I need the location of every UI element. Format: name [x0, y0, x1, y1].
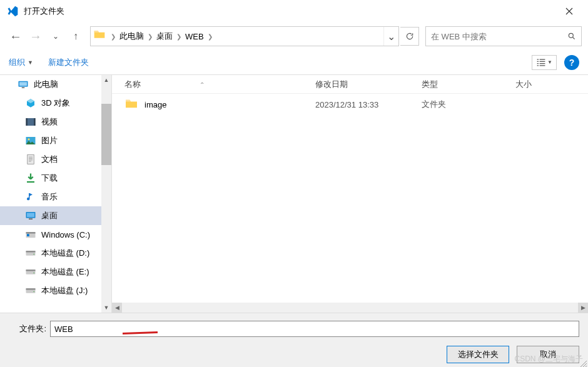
scroll-right-icon[interactable]: ▶: [578, 303, 588, 313]
svg-rect-6: [34, 118, 35, 126]
sidebar-item[interactable]: 下载: [0, 169, 111, 188]
body: 此电脑3D 对象视频图片文档下载音乐桌面Windows (C:)本地磁盘 (D:…: [0, 75, 588, 313]
breadcrumb-item[interactable]: 此电脑: [116, 31, 148, 42]
svg-point-0: [569, 33, 573, 38]
chevron-right-icon: ❯: [148, 33, 153, 40]
breadcrumb: 此电脑 ❯ 桌面 ❯ WEB ❯: [116, 31, 383, 42]
titlebar: 打开文件夹: [0, 0, 588, 23]
disk-icon: [25, 266, 36, 278]
column-header-size[interactable]: 大小: [515, 79, 588, 90]
svg-rect-3: [22, 88, 25, 89]
new-folder-button[interactable]: 新建文件夹: [48, 57, 89, 68]
horizontal-scrollbar[interactable]: ◀ ▶: [112, 303, 588, 313]
music-icon: [25, 191, 36, 203]
video-icon: [25, 116, 36, 128]
sidebar-item[interactable]: 视频: [0, 113, 111, 131]
close-button[interactable]: [557, 0, 582, 23]
footer: 文件夹: 选择文件夹 取消: [0, 313, 588, 367]
file-name: image: [144, 100, 166, 109]
select-folder-button[interactable]: 选择文件夹: [447, 346, 509, 363]
column-header-name[interactable]: 名称 ⌃: [112, 79, 315, 90]
sidebar-item-label: 桌面: [41, 210, 58, 221]
breadcrumb-item[interactable]: 桌面: [153, 31, 176, 42]
folder-label: 文件夹:: [9, 323, 46, 334]
svg-rect-23: [26, 288, 36, 289]
chevron-down-icon: ▼: [28, 59, 33, 66]
sidebar-item[interactable]: 音乐: [0, 188, 111, 206]
winc-icon: [25, 229, 36, 240]
sidebar-item-label: 视频: [41, 116, 58, 128]
svg-rect-9: [28, 155, 34, 164]
sidebar-scrollbar[interactable]: ▲ ▼: [101, 75, 111, 313]
forward-button[interactable]: →: [26, 27, 45, 46]
chevron-right-icon: ❯: [208, 33, 213, 40]
vscode-icon: [6, 5, 19, 18]
dialog-title: 打开文件夹: [24, 6, 557, 17]
resize-grip[interactable]: [579, 358, 587, 366]
svg-point-8: [28, 138, 30, 140]
sidebar-item[interactable]: 桌面: [0, 206, 111, 225]
organize-menu[interactable]: 组织 ▼: [9, 57, 33, 68]
svg-rect-11: [27, 213, 34, 218]
sidebar-item-label: 本地磁盘 (J:): [41, 285, 88, 296]
doc-icon: [25, 154, 36, 165]
svg-rect-5: [26, 118, 28, 126]
svg-point-18: [34, 254, 35, 255]
sidebar-item[interactable]: 此电脑: [0, 75, 111, 94]
disk-icon: [25, 285, 36, 296]
svg-point-21: [34, 273, 35, 274]
file-row[interactable]: image2023/12/31 13:33文件夹: [112, 94, 588, 115]
svg-rect-12: [29, 219, 33, 220]
file-date: 2023/12/31 13:33: [315, 100, 422, 109]
svg-rect-15: [27, 234, 29, 236]
sidebar-item-label: 音乐: [41, 191, 58, 203]
sidebar-item[interactable]: 文档: [0, 150, 111, 169]
sidebar-item[interactable]: 3D 对象: [0, 94, 111, 113]
back-button[interactable]: ←: [6, 27, 25, 46]
chevron-right-icon: ❯: [111, 33, 116, 40]
column-header-date[interactable]: 修改日期: [315, 79, 422, 90]
scroll-left-icon[interactable]: ◀: [112, 303, 122, 313]
sidebar-item-label: 本地磁盘 (E:): [41, 266, 89, 278]
address-dropdown[interactable]: ⌄: [383, 27, 398, 46]
breadcrumb-item[interactable]: WEB: [181, 32, 208, 41]
sidebar-item[interactable]: 图片: [0, 131, 111, 150]
refresh-button[interactable]: [400, 27, 419, 46]
svg-rect-17: [26, 251, 36, 252]
folder-icon: [93, 29, 108, 44]
scrollbar-thumb[interactable]: [101, 104, 111, 165]
sidebar-item-label: 3D 对象: [41, 98, 70, 109]
desktop-icon: [25, 210, 36, 221]
scrollbar-track[interactable]: [122, 303, 578, 313]
column-header-type[interactable]: 类型: [422, 79, 515, 90]
picture-icon: [25, 135, 36, 146]
sidebar-item-label: 本地磁盘 (D:): [41, 248, 89, 259]
sidebar: 此电脑3D 对象视频图片文档下载音乐桌面Windows (C:)本地磁盘 (D:…: [0, 75, 111, 313]
sidebar-item-label: 图片: [41, 135, 58, 146]
column-headers: 名称 ⌃ 修改日期 类型 大小: [112, 75, 588, 94]
3d-icon: [25, 98, 36, 109]
address-bar[interactable]: ❯ 此电脑 ❯ 桌面 ❯ WEB ❯ ⌄: [90, 26, 399, 46]
search-icon[interactable]: [562, 27, 581, 46]
sidebar-item[interactable]: 本地磁盘 (J:): [0, 281, 111, 300]
chevron-right-icon: ❯: [176, 33, 181, 40]
help-button[interactable]: ?: [564, 55, 579, 70]
svg-point-24: [34, 291, 35, 293]
sidebar-item[interactable]: 本地磁盘 (D:): [0, 244, 111, 263]
watermark: CSDN @三宅与海子: [514, 354, 583, 364]
sidebar-item[interactable]: Windows (C:): [0, 225, 111, 244]
file-type: 文件夹: [422, 99, 515, 110]
download-icon: [25, 173, 36, 184]
sidebar-item[interactable]: 本地磁盘 (E:): [0, 263, 111, 281]
up-button[interactable]: ↑: [66, 27, 85, 46]
toolbar: 组织 ▼ 新建文件夹 ▼ ?: [0, 50, 588, 75]
history-dropdown[interactable]: ⌄: [46, 27, 65, 46]
search-input[interactable]: [426, 32, 562, 41]
svg-rect-20: [26, 269, 36, 271]
navbar: ← → ⌄ ↑ ❯ 此电脑 ❯ 桌面 ❯ WEB ❯ ⌄: [0, 23, 588, 50]
folder-input[interactable]: [50, 321, 579, 337]
pc-icon: [18, 79, 29, 90]
view-mode-button[interactable]: ▼: [532, 55, 557, 70]
search-box[interactable]: [425, 26, 582, 46]
folder-icon: [124, 98, 138, 111]
